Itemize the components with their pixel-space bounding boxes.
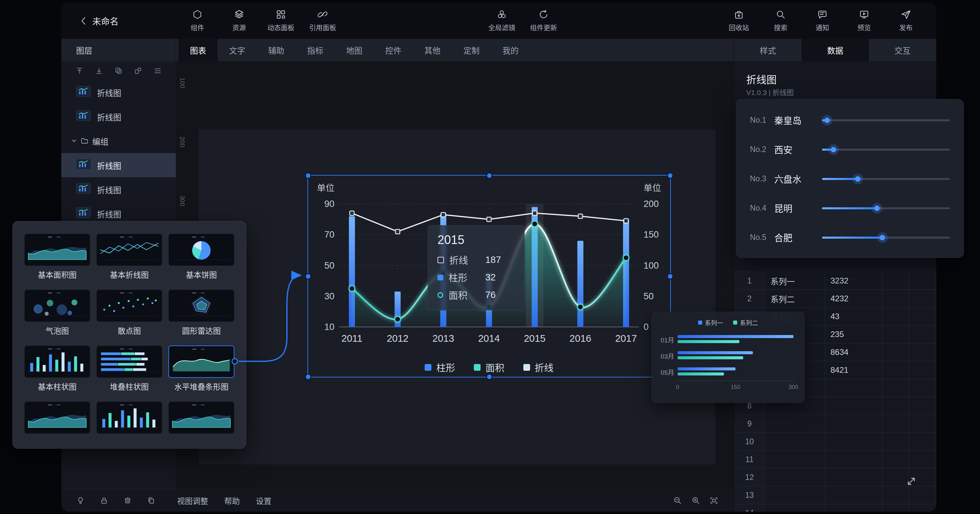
empty-cell[interactable] [909, 272, 936, 289]
ungroup-icon[interactable] [134, 67, 142, 75]
value-cell[interactable]: 43 [825, 308, 882, 325]
library-chart-cell[interactable]: 堆叠柱状图 [96, 345, 162, 390]
empty-cell[interactable] [882, 504, 909, 512]
empty-cell[interactable] [882, 361, 909, 379]
value-cell[interactable] [825, 504, 882, 512]
empty-cell[interactable] [882, 379, 909, 397]
library-chart-cell[interactable] [96, 401, 162, 434]
component-tab[interactable]: 指标 [296, 39, 335, 61]
value-cell[interactable] [825, 397, 882, 415]
move-to-bottom-icon[interactable] [95, 67, 103, 75]
layer-item[interactable]: 折线图 [61, 153, 176, 177]
slider-track[interactable] [822, 178, 950, 180]
help-button[interactable]: 帮助 [224, 495, 240, 506]
copy-icon[interactable] [147, 496, 156, 505]
value-cell[interactable]: 4232 [825, 290, 882, 307]
empty-cell[interactable] [882, 326, 909, 343]
empty-cell[interactable] [909, 504, 936, 512]
layer-item[interactable]: 折线图 [61, 104, 176, 129]
empty-cell[interactable] [909, 326, 936, 343]
preview-tool[interactable]: 预览 [843, 10, 885, 32]
layer-item[interactable]: 折线图 [61, 177, 176, 201]
value-cell[interactable] [825, 433, 882, 450]
dynamic-panel-tool[interactable]: 动态面板 [260, 10, 302, 32]
legend-item[interactable]: 折线 [523, 361, 554, 374]
fit-screen-icon[interactable] [710, 496, 718, 505]
component-tab[interactable]: 图表 [178, 39, 218, 61]
global-filter-tool[interactable]: 全局滤镜 [481, 10, 523, 32]
component-tab[interactable]: 其他 [413, 39, 452, 61]
empty-cell[interactable] [909, 433, 936, 450]
layer-group-row[interactable]: 编组 [61, 129, 176, 153]
slider-knob[interactable] [880, 235, 885, 240]
view-adjust-button[interactable]: 视图调整 [177, 495, 208, 506]
resize-handle-bottom-left[interactable] [305, 374, 311, 380]
value-cell[interactable] [825, 486, 882, 504]
series-cell[interactable] [765, 504, 825, 512]
empty-cell[interactable] [882, 468, 909, 486]
settings-button[interactable]: 设置 [256, 495, 271, 506]
component-tab[interactable]: 文字 [218, 39, 257, 61]
slider-track[interactable] [822, 119, 950, 121]
expand-table-icon[interactable] [907, 477, 916, 486]
value-cell[interactable] [825, 451, 882, 468]
library-chart-cell[interactable]: 基本面积图 [24, 233, 90, 278]
library-chart-cell[interactable]: 气泡图 [24, 289, 90, 334]
components-tool[interactable]: 组件 [177, 10, 218, 32]
library-chart-cell[interactable] [169, 401, 234, 434]
empty-cell[interactable] [909, 415, 936, 433]
value-cell[interactable]: 235 [825, 326, 882, 343]
layer-item[interactable]: 折线图 [61, 80, 176, 104]
empty-cell[interactable] [909, 343, 936, 361]
component-tab[interactable]: 地图 [335, 39, 374, 61]
legend-item[interactable]: 柱形 [425, 361, 455, 374]
list-icon[interactable] [154, 67, 162, 75]
series-cell[interactable]: 系列一 [765, 272, 825, 289]
move-to-top-icon[interactable] [75, 67, 84, 75]
trash-icon[interactable] [123, 496, 132, 505]
component-update-tool[interactable]: 组件更新 [523, 10, 565, 32]
empty-cell[interactable] [882, 272, 909, 289]
recycle-bin-tool[interactable]: 回收站 [718, 10, 760, 32]
design-canvas[interactable]: 100200300400500600700 907050301020015010… [176, 61, 734, 489]
series-cell[interactable] [765, 415, 825, 433]
publish-tool[interactable]: 发布 [885, 10, 927, 32]
resize-handle-top[interactable] [486, 172, 492, 179]
value-cell[interactable]: 8634 [825, 343, 882, 361]
empty-cell[interactable] [882, 486, 909, 504]
lock-icon[interactable] [100, 496, 108, 505]
series-cell[interactable]: 系列二 [765, 290, 825, 307]
library-chart-cell[interactable]: 基本折线图 [96, 233, 162, 278]
component-tab[interactable]: 我的 [491, 39, 530, 61]
library-chart-cell[interactable]: 基本柱状图 [24, 345, 90, 390]
empty-cell[interactable] [909, 486, 936, 504]
empty-cell[interactable] [909, 379, 936, 397]
resize-handle-top-left[interactable] [305, 172, 311, 179]
empty-cell[interactable] [882, 308, 909, 325]
zoom-in-icon[interactable] [691, 496, 700, 505]
search-tool[interactable]: 搜索 [760, 10, 802, 32]
slider-knob[interactable] [855, 176, 861, 182]
component-tab[interactable]: 控件 [374, 39, 413, 61]
empty-cell[interactable] [909, 397, 936, 415]
component-tab[interactable]: 定制 [452, 39, 491, 61]
empty-cell[interactable] [882, 415, 909, 433]
library-chart-cell[interactable]: 水平堆叠条形图 [169, 345, 234, 390]
series-cell[interactable] [765, 451, 825, 468]
slider-knob[interactable] [831, 147, 836, 152]
tab-interaction[interactable]: 交互 [869, 39, 936, 61]
empty-cell[interactable] [909, 290, 936, 307]
value-cell[interactable]: 3232 [825, 272, 882, 289]
library-chart-cell[interactable]: 基本饼图 [169, 233, 234, 278]
value-cell[interactable] [825, 415, 882, 433]
tab-data[interactable]: 数据 [802, 39, 869, 61]
empty-cell[interactable] [909, 361, 936, 379]
library-chart-cell[interactable]: 圆形雷达图 [169, 289, 234, 334]
resize-handle-left[interactable] [305, 273, 311, 279]
back-button[interactable]: 未命名 [80, 14, 144, 27]
selected-line-chart-component[interactable]: 9070503010200150100500单位单位20112012201320… [307, 175, 671, 377]
tab-style[interactable]: 样式 [734, 39, 802, 61]
library-chart-cell[interactable]: 散点图 [96, 289, 162, 334]
slider-knob[interactable] [824, 118, 830, 123]
resources-tool[interactable]: 资源 [218, 10, 260, 32]
